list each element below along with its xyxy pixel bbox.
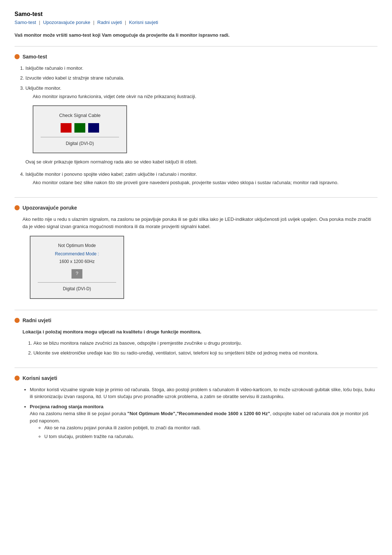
monitor-illustration-box: Check Signal Cable Digital (DVI-D) <box>33 105 127 154</box>
divider-2 <box>15 197 377 198</box>
nav-upozor[interactable]: Upozoravajuće poruke <box>43 20 90 25</box>
wbox-question: ? <box>72 269 82 279</box>
radni-bold-heading: Lokacija i položaj monitora mogu utjecat… <box>23 328 377 336</box>
nav-samo-test[interactable]: Samo-test <box>15 20 36 25</box>
section-dot-4 <box>15 376 20 381</box>
section-radni-header: Radni uvjeti <box>15 317 377 323</box>
korisni-item2-text: Ako na zaslonu nema slike ili se pojavi … <box>30 411 368 424</box>
radni-item-2: Uklonite sve elektroničke uređaje kao št… <box>33 349 377 357</box>
wbox-mode: 1600 x 1200 60Hz <box>38 258 116 265</box>
step-3: Uključite monitor. Ako monitor ispravno … <box>25 85 377 166</box>
section-dot-2 <box>15 205 20 210</box>
samo-test-steps: Isključite računalo i monitor. Izvucite … <box>25 65 377 186</box>
upozor-body: Ako nešto nije u redu s ulaznim signalom… <box>23 216 377 299</box>
divider-3 <box>15 310 377 310</box>
monitor-box-title: Check Signal Cable <box>41 112 119 119</box>
nav-links: Samo-test | Upozoravajuće poruke | Radni… <box>15 20 377 25</box>
nav-korisni[interactable]: Korisni savjeti <box>129 20 158 25</box>
section-dot-3 <box>15 318 20 323</box>
radni-steps: Ako se blizu monitora nalaze zvučnici za… <box>33 340 377 357</box>
radni-item-1: Ako se blizu monitora nalaze zvučnici za… <box>33 340 377 347</box>
korisni-list: Monitor koristi vizualne signale koje je… <box>30 386 377 440</box>
wbox-footer: Digital (DVI-D) <box>38 282 116 292</box>
intro-text: Vaš monitor može vršiti samo-test koji V… <box>15 32 377 39</box>
upozor-text: Ako nešto nije u redu s ulaznim signalom… <box>23 216 377 231</box>
wbox-sub: Recommended Mode : <box>38 251 116 258</box>
section-upozor: Upozoravajuće poruke Ako nešto nije u re… <box>15 205 377 299</box>
step-2: Izvucite video kabel iz stražnje strane … <box>25 74 377 82</box>
ovaj-text: Ovaj se okvir prikazuje tijekom normalno… <box>25 158 377 166</box>
korisni-subitem-1: Ako se na zaslonu pojavi poruka ili zasl… <box>44 424 377 432</box>
section-korisni: Korisni savjeti Monitor koristi vizualne… <box>15 375 377 440</box>
korisni-item2-bold: Procjena radnog stanja monitora <box>30 404 103 409</box>
blue-square <box>88 123 99 133</box>
korisni-item-2: Procjena radnog stanja monitora Ako na z… <box>30 403 377 440</box>
divider-1 <box>15 46 377 46</box>
step3-note: Ako monitor ispravno funkcionira, vidjet… <box>33 93 377 100</box>
green-square <box>74 123 85 133</box>
section-korisni-header: Korisni savjeti <box>15 375 377 381</box>
nav-radni[interactable]: Radni uvjeti <box>97 20 122 25</box>
section-dot-1 <box>15 54 20 59</box>
section-samo-test: Samo-test Isključite računalo i monitor.… <box>15 54 377 186</box>
divider-4 <box>15 368 377 368</box>
page-title: Samo-test <box>15 11 377 17</box>
warning-illustration-box: Not Optimum Mode Recommended Mode : 1600… <box>30 236 124 299</box>
section-korisni-title: Korisni savjeti <box>23 375 57 381</box>
section-upozor-title: Upozoravajuće poruke <box>23 205 77 211</box>
section-samo-test-header: Samo-test <box>15 54 377 60</box>
section-upozor-header: Upozoravajuće poruke <box>15 205 377 211</box>
step-4: Isključite monitor i ponovno spojite vid… <box>25 171 377 186</box>
section-radni-title: Radni uvjeti <box>23 317 51 323</box>
wbox-title: Not Optimum Mode <box>38 242 116 249</box>
section-radni: Radni uvjeti Lokacija i položaj monitora… <box>15 317 377 357</box>
radni-body: Lokacija i položaj monitora mogu utjecat… <box>23 328 377 357</box>
korisni-subitems: Ako se na zaslonu pojavi poruka ili zasl… <box>37 424 377 440</box>
korisni-item-1: Monitor koristi vizualne signale koje je… <box>30 386 377 400</box>
korisni-subitem-2: U tom slučaju, problem tražite na računa… <box>44 433 377 440</box>
step-1: Isključite računalo i monitor. <box>25 65 377 72</box>
section-samo-test-title: Samo-test <box>23 54 47 60</box>
monitor-box-footer: Digital (DVI-D) <box>41 137 119 147</box>
step4-note: Ako monitor ostane bez slike nakon što s… <box>33 179 377 186</box>
red-square <box>61 123 72 133</box>
color-squares <box>41 123 119 133</box>
korisni-body: Monitor koristi vizualne signale koje je… <box>23 386 377 440</box>
